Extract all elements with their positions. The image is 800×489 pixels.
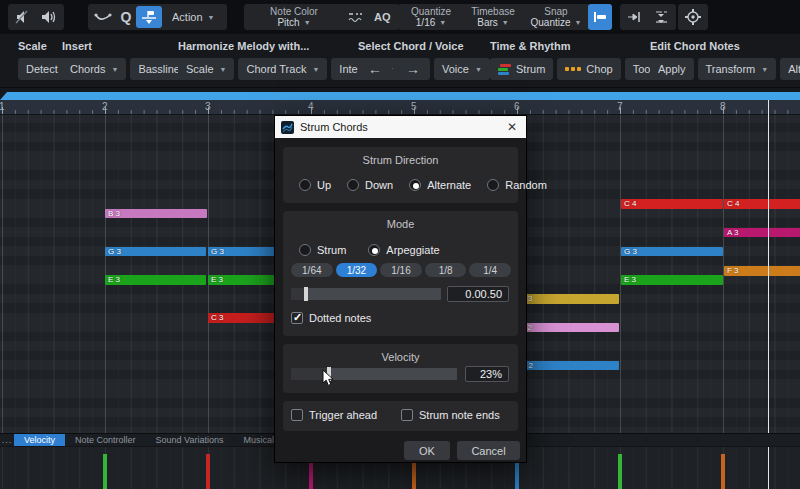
- section-label: Select Chord / Voice: [358, 40, 490, 52]
- strum-button[interactable]: Strum: [490, 58, 553, 80]
- snap-toggle-button[interactable]: [588, 4, 612, 30]
- mute-icon[interactable]: [10, 6, 36, 28]
- note-color-group: Note Color Pitch▼ AQ: [244, 4, 399, 30]
- chord-track-dropdown[interactable]: Chord Track▼: [238, 58, 327, 80]
- chop-button[interactable]: Chop: [557, 58, 620, 80]
- note-value-1-32[interactable]: 1/32: [336, 263, 378, 277]
- note-value-1-4[interactable]: 1/4: [469, 263, 511, 277]
- bar-number: 7: [617, 101, 623, 112]
- bar-number: 1: [0, 101, 5, 112]
- panel-title: Strum Direction: [283, 147, 518, 166]
- note-color-dropdown[interactable]: Note Color Pitch▼: [246, 4, 342, 30]
- next-chord-button[interactable]: →: [396, 58, 430, 80]
- timebase-dropdown[interactable]: Timebase Bars▼: [462, 4, 524, 30]
- tab-sound-variations[interactable]: Sound Variations: [146, 434, 234, 446]
- midi-note[interactable]: G 2: [517, 361, 619, 371]
- velocity-bar[interactable]: [721, 454, 725, 489]
- bar-number: 5: [411, 101, 417, 112]
- chevron-down-icon: ▼: [208, 14, 215, 21]
- speaker-icon[interactable]: [36, 6, 62, 28]
- midi-note[interactable]: B 2: [517, 323, 619, 333]
- aq-button[interactable]: AQ: [368, 11, 397, 23]
- app-icon: [281, 121, 294, 134]
- midi-note[interactable]: B 3: [105, 209, 207, 219]
- action-dropdown[interactable]: Action▼: [162, 11, 225, 23]
- note-value-1-64[interactable]: 1/64: [291, 263, 333, 277]
- macro-curves-icon[interactable]: [342, 6, 368, 28]
- midi-note[interactable]: C 4: [724, 199, 800, 209]
- ok-button[interactable]: OK: [404, 441, 450, 460]
- midi-note[interactable]: E 3: [105, 275, 206, 285]
- transform-dropdown[interactable]: Transform▼: [698, 58, 777, 80]
- midi-note[interactable]: G 3: [621, 247, 723, 257]
- midi-note[interactable]: D 3: [517, 294, 619, 304]
- note-value-1-8[interactable]: 1/8: [425, 263, 467, 277]
- strum-tool-button[interactable]: [136, 6, 162, 28]
- detect-button[interactable]: Detect: [18, 58, 66, 80]
- audition-group: [8, 4, 64, 30]
- snap-mode-dropdown[interactable]: Snap Quantize▼: [524, 4, 588, 30]
- duration-value[interactable]: 0.00.50: [447, 286, 509, 302]
- chevron-down-icon: ▼: [312, 66, 319, 73]
- duration-slider[interactable]: [291, 288, 441, 300]
- midi-note[interactable]: F 3: [724, 266, 800, 276]
- velocity-slider[interactable]: [291, 368, 457, 380]
- slider-handle[interactable]: [304, 287, 308, 301]
- velocity-bar[interactable]: [206, 454, 210, 489]
- panel-title: Velocity: [283, 344, 518, 363]
- trigger-ahead-option[interactable]: Trigger ahead: [291, 409, 377, 421]
- prev-chord-button[interactable]: ←: [358, 58, 392, 80]
- velocity-bar[interactable]: [103, 454, 107, 489]
- radio-alternate[interactable]: Alternate: [409, 179, 471, 191]
- chords-dropdown[interactable]: Chords▼: [62, 58, 126, 80]
- follow-target-icon[interactable]: [680, 6, 706, 28]
- chevron-down-icon: ▼: [475, 66, 482, 73]
- dotted-notes-option[interactable]: Dotted notes: [291, 312, 371, 324]
- strum-direction-panel: Strum Direction: [283, 147, 518, 203]
- marker-bar[interactable]: [0, 88, 800, 100]
- note-value-1-16[interactable]: 1/16: [380, 263, 422, 277]
- apply-button[interactable]: Apply: [650, 58, 694, 80]
- velocity-bar[interactable]: [618, 454, 622, 489]
- panel-title: Mode: [283, 211, 518, 230]
- playhead: [768, 447, 769, 489]
- stretch-icon[interactable]: [648, 6, 674, 28]
- cancel-button[interactable]: Cancel: [457, 441, 520, 460]
- playhead[interactable]: [768, 100, 769, 489]
- radio-icon-selected: [368, 244, 380, 256]
- quantize-q-button[interactable]: Q: [116, 9, 136, 25]
- radio-icon-selected: [409, 179, 421, 191]
- midi-note[interactable]: E 3: [621, 275, 723, 285]
- curve-icon[interactable]: [90, 6, 116, 28]
- radio-down[interactable]: Down: [347, 179, 393, 191]
- midi-note[interactable]: A 3: [724, 228, 800, 238]
- close-icon[interactable]: ✕: [504, 120, 520, 134]
- radio-icon: [299, 179, 311, 191]
- loop-range-bar[interactable]: [0, 92, 800, 100]
- main-toolbar: Q Action▼ Note Color Pitch▼ AQ Quantize …: [0, 0, 800, 33]
- radio-arpeggiate[interactable]: Arpeggiate: [368, 244, 439, 256]
- nudge-group: [620, 4, 676, 30]
- radio-random[interactable]: Random: [487, 179, 547, 191]
- strum-note-ends-option[interactable]: Strum note ends: [401, 409, 500, 421]
- radio-strum[interactable]: Strum: [299, 244, 346, 256]
- harmonize-scale-dropdown[interactable]: Scale▼: [178, 58, 234, 80]
- radio-up[interactable]: Up: [299, 179, 331, 191]
- checkbox-icon: [291, 409, 303, 421]
- midi-note[interactable]: G 3: [105, 247, 206, 257]
- voice-dropdown[interactable]: Voice▼: [434, 58, 490, 80]
- section-scale: Scale Detect: [18, 40, 66, 80]
- piano-roll-editor: Q Action▼ Note Color Pitch▼ AQ Quantize …: [0, 0, 800, 489]
- chop-icon: [565, 67, 581, 71]
- midi-note[interactable]: C 4: [621, 199, 723, 209]
- dialog-title-bar[interactable]: Strum Chords ✕: [275, 116, 526, 138]
- chord-ribbon: Scale Detect Insert Chords▼ Bassline▼ Ha…: [0, 34, 800, 88]
- quantize-value-dropdown[interactable]: Quantize 1/16▼: [400, 4, 462, 30]
- snap-to-end-icon[interactable]: [622, 6, 648, 28]
- alt-dropdown[interactable]: Alt.▼: [780, 58, 800, 80]
- timeline-ruler[interactable]: 1 2 3 4 5 6 7 8: [0, 100, 800, 115]
- tab-note-controller[interactable]: Note Controller: [65, 434, 146, 446]
- lane-overflow-menu[interactable]: ...: [0, 434, 14, 446]
- tab-velocity[interactable]: Velocity: [14, 434, 65, 446]
- velocity-value[interactable]: 23%: [465, 366, 509, 382]
